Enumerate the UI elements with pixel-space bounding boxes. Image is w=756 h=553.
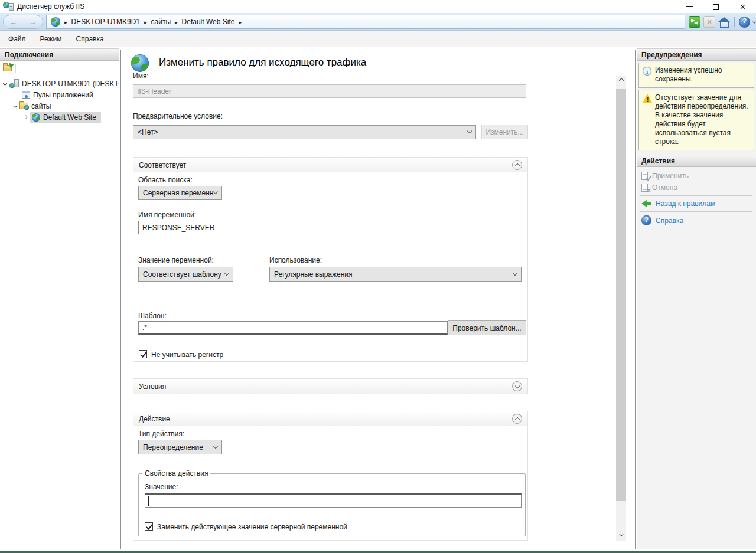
restore-button[interactable] (703, 0, 729, 13)
forward-button[interactable] (29, 18, 37, 27)
back-button[interactable] (9, 18, 17, 27)
back-to-rules-label[interactable]: Назад к правилам (656, 199, 715, 208)
value-label: Значение: (145, 483, 178, 491)
action-type-select[interactable]: Переопределение (138, 440, 222, 454)
variable-name-input[interactable]: RESPONSE_SERVER (138, 221, 526, 234)
tree-item-label: сайты (31, 102, 51, 110)
actions-header: Действия (637, 155, 756, 167)
collapse-section-button[interactable] (512, 414, 522, 424)
alerts-list: Изменения успешно сохранены. Отсутствует… (637, 61, 756, 150)
menu-help[interactable]: Справка (76, 35, 104, 43)
cancel-icon (641, 184, 648, 192)
replace-value-label[interactable]: Заменить действующее значение серверной … (157, 523, 347, 531)
tree-item-default-web-site[interactable]: Default Web Site (0, 112, 119, 123)
alerts-header: Предупреждения (637, 48, 756, 61)
tree-item-sites[interactable]: сайты (0, 100, 119, 112)
expander-closed-icon[interactable] (24, 115, 28, 119)
precondition-select[interactable]: <Нет> (133, 125, 476, 139)
breadcrumb[interactable]: DESKTOP-U1MK9D1 сайты Default Web Site (46, 15, 685, 29)
help-dropdown-icon[interactable] (752, 20, 756, 24)
site-globe-icon (51, 17, 60, 27)
conditions-section: Условия (133, 378, 528, 394)
expand-section-button[interactable] (512, 381, 522, 391)
home-icon[interactable] (718, 16, 730, 28)
help-label[interactable]: Справка (656, 217, 683, 225)
test-pattern-button[interactable]: Проверить шаблон... (448, 320, 526, 335)
create-connection-icon[interactable] (3, 65, 12, 71)
restore-icon (713, 4, 719, 10)
cancel-button: Отмена (637, 182, 756, 194)
chevron-down-icon (618, 531, 623, 536)
window-border (0, 551, 756, 553)
alert-info: Изменения успешно сохранены. (638, 63, 754, 88)
breadcrumb-separator-icon[interactable] (144, 18, 147, 26)
expander-open-icon[interactable] (13, 104, 17, 108)
refresh-icon[interactable] (689, 16, 700, 28)
breadcrumb-separator-icon[interactable] (175, 18, 178, 26)
breadcrumb-separator-icon (64, 18, 67, 26)
tree-item-label: Default Web Site (43, 113, 96, 122)
connections-header: Подключения (0, 48, 119, 61)
stop-icon (703, 16, 715, 28)
ignore-case-label[interactable]: Не учитывать регистр (151, 351, 223, 359)
selected-tree-item[interactable]: Default Web Site (30, 112, 101, 123)
page-title: Изменить правило для исходящего трафика (159, 57, 366, 68)
scroll-up-button[interactable] (616, 76, 626, 88)
globe-glyph (3, 2, 9, 8)
scrollbar-thumb[interactable] (616, 89, 626, 501)
tree-item-app-pools[interactable]: Пулы приложений (0, 89, 119, 100)
chevron-up-icon (514, 417, 519, 422)
variable-value-select[interactable]: Соответствует шаблону (138, 267, 233, 282)
breadcrumb-separator-icon[interactable] (239, 18, 242, 26)
pattern-input[interactable]: .* (138, 321, 448, 335)
apply-label: Применить (652, 172, 689, 180)
menu-file[interactable]: Файл (8, 35, 26, 43)
breadcrumb-default-web-site[interactable]: Default Web Site (182, 18, 235, 26)
action-section-header[interactable]: Действие (133, 411, 527, 426)
usage-select[interactable]: Регулярные выражения (269, 267, 522, 282)
name-input: IIS-Header (133, 84, 526, 98)
feature-view: Изменить правило для исходящего трафика … (120, 50, 636, 549)
match-section: Соответствует Область поиска: Серверная … (133, 157, 528, 362)
ignore-case-checkbox[interactable] (139, 350, 147, 358)
vertical-scrollbar[interactable] (616, 76, 626, 541)
actions-list: Применить Отмена Назад к правилам Справк… (637, 167, 756, 227)
variable-value-label: Значение переменной: (138, 256, 214, 264)
menu-bar: Файл Режим Справка (0, 31, 756, 47)
tree-item-server[interactable]: DESKTOP-U1MK9D1 (DESKTOP (0, 78, 119, 89)
breadcrumb-server[interactable]: DESKTOP-U1MK9D1 (71, 18, 140, 26)
close-icon (740, 2, 746, 12)
replace-value-checkbox[interactable] (145, 522, 153, 531)
collapse-section-button[interactable] (512, 160, 522, 170)
value-input[interactable] (145, 493, 522, 508)
help-link[interactable]: Справка (637, 214, 756, 227)
connections-toolbar (0, 61, 119, 76)
breadcrumb-sites[interactable]: сайты (151, 18, 171, 26)
alert-text: Изменения успешно сохранены. (655, 66, 722, 83)
menu-view[interactable]: Режим (40, 35, 62, 43)
toolbar-separator (15, 64, 16, 73)
usage-label: Использование: (269, 256, 322, 264)
warning-icon (643, 94, 653, 103)
help-icon (641, 215, 651, 225)
expander-open-icon[interactable] (3, 81, 7, 86)
scope-label: Область поиска: (138, 176, 193, 184)
info-icon (643, 67, 651, 76)
help-icon[interactable] (739, 17, 750, 28)
conditions-section-header[interactable]: Условия (133, 379, 527, 394)
scroll-down-button[interactable] (616, 529, 626, 541)
actions-separator (640, 195, 752, 196)
name-label: Имя: (133, 72, 149, 80)
server-tower-glyph (9, 3, 14, 11)
close-button[interactable] (729, 0, 756, 13)
title-bar: Диспетчер служб IIS (0, 0, 756, 13)
back-to-rules-link[interactable]: Назад к правилам (637, 198, 756, 210)
action-section-title: Действие (139, 415, 170, 423)
variable-name-label: Имя переменной: (138, 211, 196, 219)
minimize-button[interactable] (676, 0, 703, 13)
match-section-header[interactable]: Соответствует (133, 158, 527, 172)
scope-select[interactable]: Серверная переменн (138, 186, 222, 200)
address-bar: DESKTOP-U1MK9D1 сайты Default Web Site (0, 13, 756, 31)
connections-panel: Подключения DESKTOP-U1MK9D1 (DESKTOP Пул… (0, 48, 119, 549)
tree-item-label: Пулы приложений (33, 91, 93, 99)
